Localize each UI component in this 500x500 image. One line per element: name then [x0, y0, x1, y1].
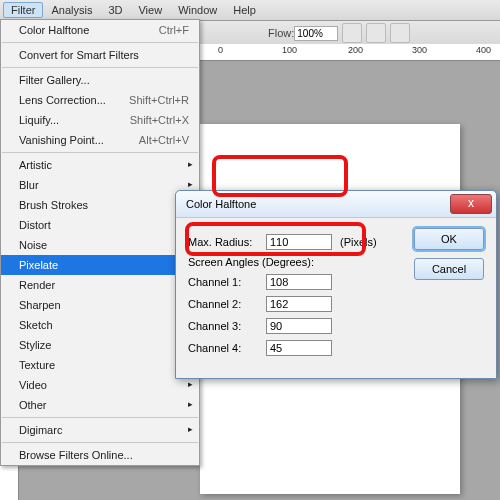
- fm-noise[interactable]: Noise: [1, 235, 199, 255]
- fm-video[interactable]: Video: [1, 375, 199, 395]
- ch4-input[interactable]: [266, 340, 332, 356]
- ruler-tick: 300: [412, 45, 427, 55]
- color-halftone-dialog: Color Halftone x Max. Radius: (Pixels) S…: [175, 190, 497, 379]
- close-icon[interactable]: x: [450, 194, 492, 214]
- dialog-titlebar[interactable]: Color Halftone x: [176, 191, 496, 218]
- ch1-label: Channel 1:: [188, 276, 266, 288]
- menu-analysis[interactable]: Analysis: [43, 2, 100, 18]
- toolbar-btn-1[interactable]: [342, 23, 362, 43]
- ch1-input[interactable]: [266, 274, 332, 290]
- fm-texture[interactable]: Texture: [1, 355, 199, 375]
- fm-render[interactable]: Render: [1, 275, 199, 295]
- fm-digimarc[interactable]: Digimarc: [1, 420, 199, 440]
- menu-window[interactable]: Window: [170, 2, 225, 18]
- ch3-input[interactable]: [266, 318, 332, 334]
- ch2-label: Channel 2:: [188, 298, 266, 310]
- fm-sketch[interactable]: Sketch: [1, 315, 199, 335]
- ch4-label: Channel 4:: [188, 342, 266, 354]
- ruler-tick: 0: [218, 45, 223, 55]
- fm-stylize[interactable]: Stylize: [1, 335, 199, 355]
- menu-help[interactable]: Help: [225, 2, 264, 18]
- separator: [2, 442, 198, 443]
- ruler-tick: 400: [476, 45, 491, 55]
- fm-browse[interactable]: Browse Filters Online...: [1, 445, 199, 465]
- fm-blur[interactable]: Blur: [1, 175, 199, 195]
- menu-filter[interactable]: Filter: [3, 2, 43, 18]
- ch2-input[interactable]: [266, 296, 332, 312]
- fm-distort[interactable]: Distort: [1, 215, 199, 235]
- max-radius-label: Max. Radius:: [188, 236, 266, 248]
- fm-brush[interactable]: Brush Strokes: [1, 195, 199, 215]
- separator: [2, 42, 198, 43]
- flow-input[interactable]: [294, 26, 338, 41]
- toolbar-btn-3[interactable]: [390, 23, 410, 43]
- ok-button[interactable]: OK: [414, 228, 484, 250]
- ruler-tick: 100: [282, 45, 297, 55]
- menu-view[interactable]: View: [130, 2, 170, 18]
- max-radius-input[interactable]: [266, 234, 332, 250]
- flow-label: Flow:: [268, 27, 294, 39]
- fm-smart[interactable]: Convert for Smart Filters: [1, 45, 199, 65]
- pixels-label: (Pixels): [340, 236, 377, 248]
- fm-vanish[interactable]: Vanishing Point...Alt+Ctrl+V: [1, 130, 199, 150]
- separator: [2, 417, 198, 418]
- fm-liquify[interactable]: Liquify...Shift+Ctrl+X: [1, 110, 199, 130]
- fm-other[interactable]: Other: [1, 395, 199, 415]
- separator: [2, 67, 198, 68]
- fm-artistic[interactable]: Artistic: [1, 155, 199, 175]
- fm-lens[interactable]: Lens Correction...Shift+Ctrl+R: [1, 90, 199, 110]
- filter-dropdown[interactable]: Color HalftoneCtrl+F Convert for Smart F…: [0, 19, 200, 466]
- fm-sharpen[interactable]: Sharpen: [1, 295, 199, 315]
- ruler-tick: 200: [348, 45, 363, 55]
- toolbar-btn-2[interactable]: [366, 23, 386, 43]
- ch3-label: Channel 3:: [188, 320, 266, 332]
- fm-pixelate[interactable]: Pixelate: [1, 255, 199, 275]
- fm-gallery[interactable]: Filter Gallery...: [1, 70, 199, 90]
- separator: [2, 152, 198, 153]
- dialog-title: Color Halftone: [186, 198, 256, 210]
- cancel-button[interactable]: Cancel: [414, 258, 484, 280]
- fm-last[interactable]: Color HalftoneCtrl+F: [1, 20, 199, 40]
- menu-3d[interactable]: 3D: [100, 2, 130, 18]
